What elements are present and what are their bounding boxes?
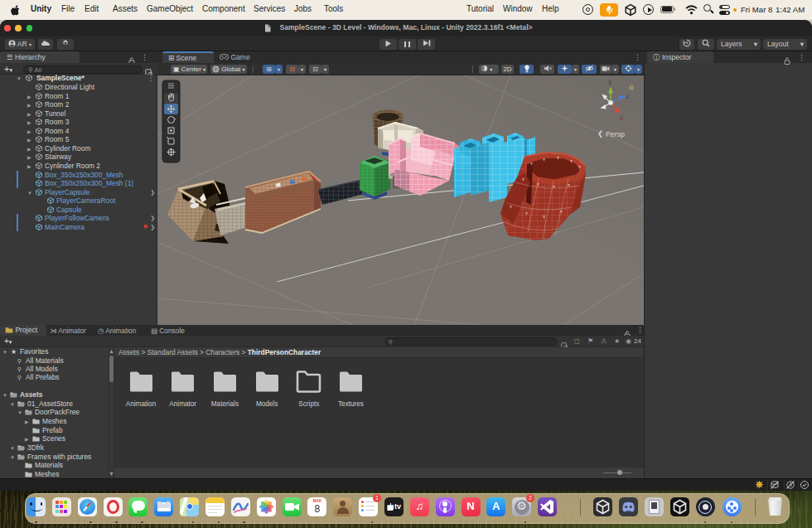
svg-text:❮: ❮	[597, 129, 603, 138]
svg-text:x: x	[621, 115, 624, 121]
svg-text:z: z	[626, 94, 630, 99]
svg-text:Persp: Persp	[606, 130, 625, 138]
svg-text:y: y	[609, 79, 612, 85]
